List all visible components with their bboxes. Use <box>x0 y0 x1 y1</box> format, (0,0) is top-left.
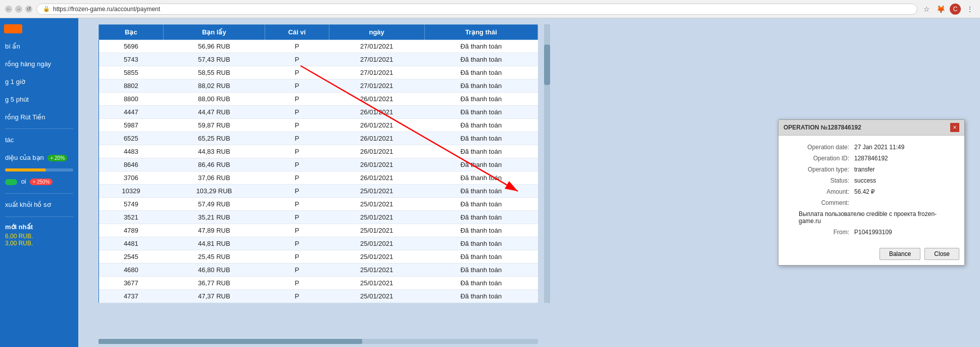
popup-amount-value: 56.42 ₽ <box>854 188 875 195</box>
cell-ban-lay: 88,02 RUB <box>163 79 265 93</box>
popup-title: OPERATION №1287846192 <box>783 124 861 131</box>
sidebar-item-dieu-cua-ban[interactable]: diệu của bạn + 20% <box>0 150 78 166</box>
cell-trang-thai: Đã thanh toán <box>424 185 537 198</box>
menu-icon[interactable]: ⋮ <box>965 4 975 14</box>
cell-ban-lay: 47,89 RUB <box>163 224 265 237</box>
sidebar-item-oi[interactable]: oi + 250% <box>0 174 78 190</box>
popup-type-label: Operation type: <box>789 166 854 173</box>
sidebar-item-xuat-ho-so[interactable]: xuất khỏi hồ sơ <box>0 197 78 213</box>
sidebar-item-tac[interactable]: tác <box>0 132 78 149</box>
extension-icon[interactable]: 🦊 <box>936 4 946 14</box>
sidebar-item-gio-1[interactable]: g 1 giờ <box>0 74 78 91</box>
cell-trang-thai: Đã thanh toán <box>424 237 537 250</box>
sidebar-item-rong-hang-ngay[interactable]: rồng hàng ngày <box>0 56 78 73</box>
popup-from-value: P1041993109 <box>854 229 892 236</box>
table-row[interactable]: 5696 56,96 RUB P 27/01/2021 Đã thanh toá… <box>99 40 538 53</box>
payment-table-container: Bạc Bạn lấy Cái ví ngày Trạng thái 5696 … <box>99 24 538 303</box>
cell-bac: 4789 <box>99 224 164 237</box>
cell-trang-thai: Đã thanh toán <box>424 93 537 106</box>
popup-header: OPERATION №1287846192 × <box>778 120 964 136</box>
sidebar-item-bi-an[interactable]: bí ẩn <box>0 38 78 55</box>
table-row[interactable]: 5749 57,49 RUB P 25/01/2021 Đã thanh toá… <box>99 198 538 211</box>
cell-cai-vi: P <box>265 171 329 185</box>
forward-button[interactable]: → <box>15 6 22 13</box>
table-row[interactable]: 6525 65,25 RUB P 26/01/2021 Đã thanh toá… <box>99 132 538 145</box>
cell-trang-thai: Đã thanh toán <box>424 171 537 185</box>
cell-ban-lay: 25,45 RUB <box>163 250 265 264</box>
scrollbar-thumb[interactable] <box>544 45 550 85</box>
scrollbar-track[interactable] <box>544 24 550 303</box>
popup-close-btn[interactable]: Close <box>924 248 959 260</box>
table-row[interactable]: 4447 44,47 RUB P 26/01/2021 Đã thanh toá… <box>99 106 538 119</box>
cell-ngay: 26/01/2021 <box>329 119 424 132</box>
popup-balance-button[interactable]: Balance <box>879 248 920 260</box>
cell-bac: 8802 <box>99 79 164 93</box>
cell-ngay: 25/01/2021 <box>329 264 424 277</box>
col-bac: Bạc <box>99 25 164 40</box>
table-row[interactable]: 4481 44,81 RUB P 25/01/2021 Đã thanh toá… <box>99 237 538 250</box>
popup-close-button[interactable]: × <box>950 123 959 132</box>
table-row[interactable]: 2545 25,45 RUB P 25/01/2021 Đã thanh toá… <box>99 250 538 264</box>
table-row[interactable]: 3521 35,21 RUB P 25/01/2021 Đã thanh toá… <box>99 211 538 224</box>
cell-ngay: 25/01/2021 <box>329 185 424 198</box>
sidebar-divider <box>5 128 73 129</box>
cell-trang-thai: Đã thanh toán <box>424 145 537 158</box>
cell-bac: 8800 <box>99 93 164 106</box>
cell-ban-lay: 37,06 RUB <box>163 171 265 185</box>
table-row[interactable]: 3706 37,06 RUB P 26/01/2021 Đã thanh toá… <box>99 171 538 185</box>
cell-cai-vi: P <box>265 79 329 93</box>
table-row[interactable]: 3677 36,77 RUB P 25/01/2021 Đã thanh toá… <box>99 277 538 290</box>
sidebar-item-rong-rut-tien[interactable]: rồng Rút Tiền <box>0 109 78 126</box>
cell-trang-thai: Đã thanh toán <box>424 66 537 79</box>
star-icon[interactable]: ☆ <box>921 4 932 14</box>
sidebar-divider-3 <box>5 216 73 217</box>
browser-nav-buttons: ← → ↺ <box>5 6 32 13</box>
cell-ban-lay: 57,49 RUB <box>163 198 265 211</box>
table-row[interactable]: 4680 46,80 RUB P 25/01/2021 Đã thanh toá… <box>99 264 538 277</box>
cell-ngay: 25/01/2021 <box>329 277 424 290</box>
cell-bac: 5696 <box>99 40 164 53</box>
cell-bac: 4481 <box>99 237 164 250</box>
table-row[interactable]: 10329 103,29 RUB P 25/01/2021 Đã thanh t… <box>99 185 538 198</box>
table-row[interactable]: 5987 59,87 RUB P 26/01/2021 Đã thanh toá… <box>99 119 538 132</box>
popup-row-comment: Comment: <box>789 199 954 206</box>
cell-cai-vi: P <box>265 237 329 250</box>
table-row[interactable]: 8802 88,02 RUB P 27/01/2021 Đã thanh toá… <box>99 79 538 93</box>
table-row[interactable]: 4483 44,83 RUB P 26/01/2021 Đã thanh toá… <box>99 145 538 158</box>
cell-cai-vi: P <box>265 211 329 224</box>
cell-ban-lay: 65,25 RUB <box>163 132 265 145</box>
badge-20: + 20% <box>47 155 67 161</box>
latest-item-2: 3,00 RUB. <box>5 240 73 247</box>
table-row[interactable]: 4789 47,89 RUB P 25/01/2021 Đã thanh toá… <box>99 224 538 237</box>
page-body: bí ẩn rồng hàng ngày g 1 giờ g 5 phút rồ… <box>0 18 980 347</box>
cell-ngay: 25/01/2021 <box>329 237 424 250</box>
sidebar-divider-2 <box>5 193 73 194</box>
address-bar[interactable]: 🔒 https://frozen-game.ru/account/payment <box>36 4 917 15</box>
back-button[interactable]: ← <box>5 6 12 13</box>
popup-date-label: Operation date: <box>789 144 854 151</box>
table-row[interactable]: 8646 86,46 RUB P 26/01/2021 Đã thanh toá… <box>99 158 538 171</box>
cell-bac: 8646 <box>99 158 164 171</box>
cell-ngay: 27/01/2021 <box>329 79 424 93</box>
cell-trang-thai: Đã thanh toán <box>424 224 537 237</box>
bottom-scrollbar[interactable] <box>99 339 538 344</box>
table-row[interactable]: 5855 58,55 RUB P 27/01/2021 Đã thanh toá… <box>99 66 538 79</box>
cell-bac: 4737 <box>99 290 164 303</box>
profile-icon[interactable]: C <box>950 4 961 15</box>
table-row[interactable]: 4737 47,37 RUB P 25/01/2021 Đã thanh toá… <box>99 290 538 303</box>
cell-ban-lay: 59,87 RUB <box>163 119 265 132</box>
cell-ngay: 25/01/2021 <box>329 290 424 303</box>
refresh-button[interactable]: ↺ <box>25 6 32 13</box>
cell-trang-thai: Đã thanh toán <box>424 119 537 132</box>
sidebar-item-phut-5[interactable]: g 5 phút <box>0 92 78 108</box>
col-trang-thai: Trạng thái <box>424 25 537 40</box>
cell-bac: 5749 <box>99 198 164 211</box>
popup-row-status: Status: success <box>789 177 954 184</box>
table-row[interactable]: 5743 57,43 RUB P 27/01/2021 Đã thanh toá… <box>99 53 538 66</box>
operation-popup: OPERATION №1287846192 × Operation date: … <box>778 119 965 266</box>
cell-bac: 3521 <box>99 211 164 224</box>
cell-bac: 3706 <box>99 171 164 185</box>
cell-trang-thai: Đã thanh toán <box>424 290 537 303</box>
table-row[interactable]: 8800 88,00 RUB P 26/01/2021 Đã thanh toá… <box>99 93 538 106</box>
lock-icon: 🔒 <box>43 6 50 12</box>
